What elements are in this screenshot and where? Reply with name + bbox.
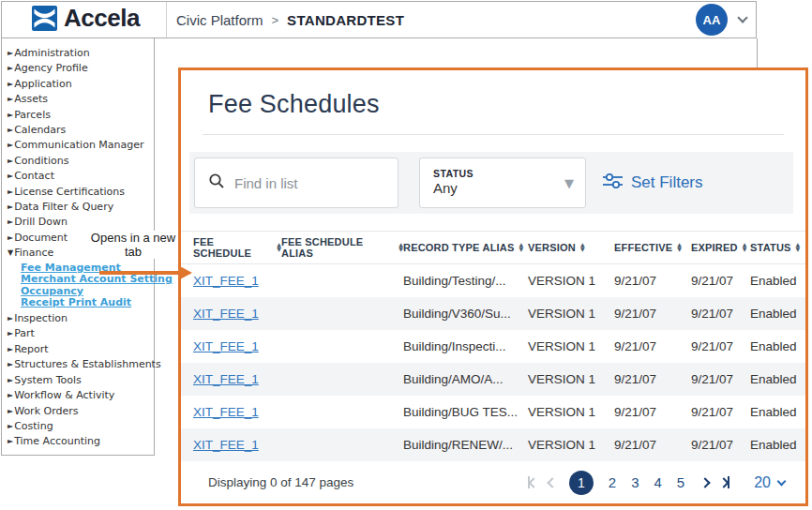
chevron-collapsed-icon[interactable]: ► (8, 80, 13, 88)
page-size-dropdown[interactable]: 20 (754, 474, 785, 491)
page-numbers: 12345 (556, 471, 684, 495)
sidebar-item-work-orders[interactable]: ►Work Orders (8, 404, 154, 419)
sidebar-item-agency-profile[interactable]: ►Agency Profile (8, 61, 154, 76)
sort-icon[interactable]: ▲▼ (743, 243, 747, 251)
cell-version: VERSION 1 (528, 274, 614, 288)
table-header-row: FEE SCHEDULE▲▼FEE SCHEDULE ALIAS▲▼RECORD… (181, 231, 805, 264)
cell-effective: 9/21/07 (614, 339, 691, 353)
chevron-collapsed-icon[interactable]: ► (8, 172, 13, 180)
chevron-collapsed-icon[interactable]: ► (8, 49, 13, 57)
sidebar-item-conditions[interactable]: ►Conditions (8, 154, 154, 169)
chevron-collapsed-icon[interactable]: ► (8, 314, 13, 322)
sidebar-item-inspection[interactable]: ►Inspection (8, 311, 154, 326)
chevron-collapsed-icon[interactable]: ► (8, 233, 13, 242)
sidebar-item-assets[interactable]: ►Assets (8, 92, 154, 107)
prev-page-button[interactable] (549, 479, 556, 487)
sidebar-item-parcels[interactable]: ►Parcels (8, 108, 154, 123)
sidebar-item-contact[interactable]: ►Contact (8, 169, 154, 184)
sidebar-item-label: Part (14, 327, 35, 339)
sidebar-item-system-tools[interactable]: ►System Tools (8, 373, 154, 388)
chevron-collapsed-icon[interactable]: ► (8, 64, 13, 72)
column-header-fee-schedule[interactable]: FEE SCHEDULE▲▼ (193, 236, 281, 259)
sidebar-item-report[interactable]: ►Report (8, 342, 154, 357)
sidebar-item-label: Data Filter & Query (14, 201, 113, 213)
chevron-collapsed-icon[interactable]: ► (8, 376, 13, 384)
fee-schedule-link[interactable]: XIT_FEE_1 (193, 438, 259, 452)
search-icon (208, 172, 225, 193)
fee-schedule-link[interactable]: XIT_FEE_1 (193, 339, 259, 353)
page-button[interactable]: 3 (631, 474, 639, 490)
fee-schedule-link[interactable]: XIT_FEE_1 (193, 274, 259, 288)
chevron-collapsed-icon[interactable]: ► (8, 345, 13, 353)
dropdown-caret-icon: ▼ (564, 176, 574, 190)
chevron-collapsed-icon[interactable]: ► (8, 141, 13, 149)
table-footer: Displaying 0 of 147 pages 12345 (181, 461, 805, 503)
set-filters-label: Set Filters (631, 173, 703, 192)
column-header-label: STATUS (750, 242, 791, 253)
column-header-record-type-alias[interactable]: RECORD TYPE ALIAS▲▼ (403, 242, 528, 253)
sidebar-item-workflow-activity[interactable]: ►Workflow & Activity (8, 388, 154, 403)
page-button[interactable]: 4 (654, 474, 662, 490)
status-filter-dropdown[interactable]: STATUS Any ▼ (419, 158, 586, 208)
last-page-button[interactable] (720, 476, 729, 488)
avatar[interactable]: AA (696, 4, 728, 36)
chevron-expanded-icon[interactable]: ▼ (8, 248, 13, 257)
page-button[interactable]: 2 (609, 474, 616, 490)
cell-version: VERSION 1 (528, 438, 614, 452)
sidebar-item-time-accounting[interactable]: ►Time Accounting (8, 434, 154, 449)
sidebar-item-license-certifications[interactable]: ►License Certifications (8, 185, 154, 200)
sidebar-item-calendars[interactable]: ►Calendars (8, 123, 154, 138)
sidebar-item-label: Work Orders (14, 405, 78, 417)
sort-icon[interactable]: ▲▼ (580, 243, 585, 251)
cell-version: VERSION 1 (528, 307, 614, 321)
breadcrumb-root[interactable]: Civic Platform (176, 12, 263, 28)
chevron-collapsed-icon[interactable]: ► (8, 329, 13, 338)
user-menu[interactable]: AA (696, 4, 756, 36)
search-input[interactable] (234, 175, 384, 191)
chevron-down-icon[interactable] (737, 12, 747, 22)
column-header-expired[interactable]: EXPIRED▲▼ (691, 242, 750, 253)
sidebar-item-drill-down[interactable]: ►Drill Down (8, 215, 154, 230)
column-header-status[interactable]: STATUS▲▼ (750, 242, 805, 253)
sidebar-item-data-filter-query[interactable]: ►Data Filter & Query (8, 200, 154, 215)
chevron-collapsed-icon[interactable]: ► (8, 95, 13, 103)
sidebar-link-merchant-account-setting[interactable]: Merchant Account Setting (21, 274, 154, 286)
chevron-collapsed-icon[interactable]: ► (8, 360, 13, 368)
chevron-collapsed-icon[interactable]: ► (8, 437, 13, 445)
sidebar-item-communication-manager[interactable]: ►Communication Manager (8, 138, 154, 153)
search-box[interactable] (194, 158, 398, 208)
fee-schedule-link[interactable]: XIT_FEE_1 (193, 307, 259, 321)
chevron-collapsed-icon[interactable]: ► (8, 202, 13, 211)
set-filters-button[interactable]: Set Filters (602, 160, 703, 205)
fee-schedule-link[interactable]: XIT_FEE_1 (193, 372, 259, 386)
sidebar-item-application[interactable]: ►Application (8, 77, 154, 92)
fee-schedule-link[interactable]: XIT_FEE_1 (193, 405, 259, 419)
page-button[interactable]: 5 (677, 474, 684, 490)
sidebar-item-part[interactable]: ►Part (8, 326, 154, 341)
sort-icon[interactable]: ▲▼ (519, 243, 524, 251)
sort-icon[interactable]: ▲▼ (677, 243, 682, 251)
next-page-button[interactable] (701, 479, 709, 487)
sidebar-item-structures-establishments[interactable]: ►Structures & Establishments (8, 357, 154, 372)
column-header-fee-schedule-alias[interactable]: FEE SCHEDULE ALIAS▲▼ (281, 236, 403, 259)
column-header-effective[interactable]: EFFECTIVE▲▼ (614, 242, 691, 253)
chevron-collapsed-icon[interactable]: ► (8, 126, 13, 134)
chevron-collapsed-icon[interactable]: ► (8, 422, 13, 430)
page-button-current[interactable]: 1 (569, 471, 594, 495)
column-header-version[interactable]: VERSION▲▼ (528, 242, 614, 253)
chevron-collapsed-icon[interactable]: ► (8, 218, 13, 226)
sidebar-link-receipt-print-audit[interactable]: Receipt Print Audit (21, 297, 154, 309)
chevron-collapsed-icon[interactable]: ► (8, 407, 13, 415)
chevron-collapsed-icon[interactable]: ► (8, 157, 13, 165)
breadcrumb: Civic Platform > STANDARDTEST (176, 12, 404, 28)
brand-wordmark: Accela (64, 4, 140, 33)
status-filter-value: Any (433, 180, 474, 198)
sort-icon[interactable]: ▲▼ (796, 243, 801, 251)
chevron-collapsed-icon[interactable]: ► (8, 188, 13, 196)
chevron-collapsed-icon[interactable]: ► (8, 391, 13, 399)
chevron-collapsed-icon[interactable]: ► (8, 111, 13, 119)
cell-expired: 9/21/07 (691, 372, 750, 386)
sidebar-item-costing[interactable]: ►Costing (8, 419, 154, 434)
first-page-button[interactable] (528, 476, 537, 488)
sidebar-item-administration[interactable]: ►Administration (8, 46, 154, 61)
